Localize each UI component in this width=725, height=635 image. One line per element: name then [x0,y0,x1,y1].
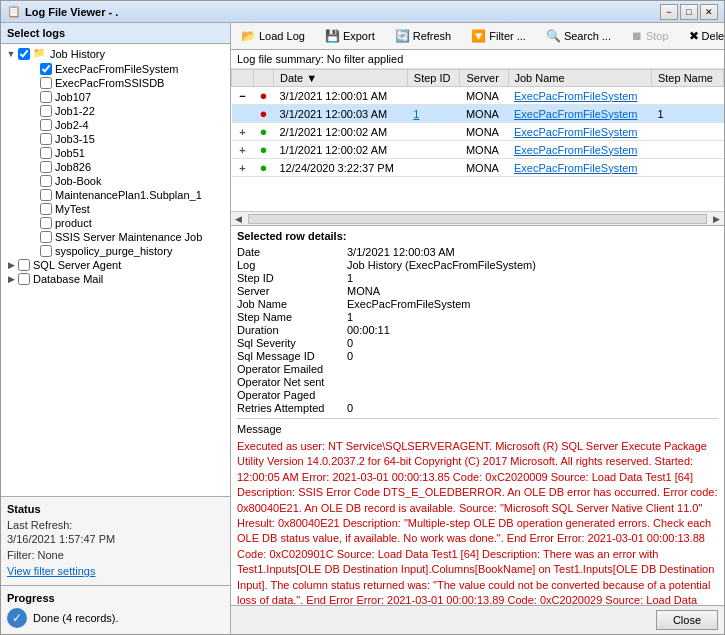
tree-item-job-history[interactable]: ▼ 📁 Job History [3,46,228,62]
row-jobname-cell[interactable]: ExecPacFromFileSystem [508,141,651,159]
checkbox-exec-pac-fs[interactable] [40,63,52,75]
col-stepname[interactable]: Step Name [651,70,723,87]
tree-area[interactable]: ▼ 📁 Job History ExecPacFromFileSystem Ex… [1,44,230,496]
expand-spacer6 [27,133,39,145]
row-server-cell: MONA [460,159,508,177]
tree-item-job107[interactable]: Job107 [3,90,228,104]
checkbox-job3-15[interactable] [40,133,52,145]
scroll-left-arrow[interactable]: ◀ [231,214,246,224]
row-status-cell: ● [254,159,274,177]
details-label-severity: Sql Severity [237,337,347,349]
col-server[interactable]: Server [460,70,508,87]
row-server-cell: MONA [460,123,508,141]
tree-item-maintenance[interactable]: MaintenancePlan1.Subplan_1 [3,188,228,202]
checkbox-job-book[interactable] [40,175,52,187]
row-jobname-cell[interactable]: ExecPacFromFileSystem [508,105,651,123]
minimize-button[interactable]: − [660,4,678,20]
tree-item-exec-pac-fs[interactable]: ExecPacFromFileSystem [3,62,228,76]
tree-item-job1-22[interactable]: Job1-22 [3,104,228,118]
row-expand-cell[interactable]: + [232,159,254,177]
details-panel[interactable]: Selected row details: Date 3/1/2021 12:0… [231,225,724,605]
checkbox-job1-22[interactable] [40,105,52,117]
col-expand[interactable] [232,70,254,87]
table-row[interactable]: − ● 3/1/2021 12:00:01 AM MONA ExecPacFro… [232,87,724,105]
details-value-jobname: ExecPacFromFileSystem [347,298,470,310]
row-date-cell: 12/24/2020 3:22:37 PM [274,159,408,177]
close-window-button[interactable]: ✕ [700,4,718,20]
col-stepid[interactable]: Step ID [407,70,460,87]
tree-item-db-mail[interactable]: ▶ Database Mail [3,272,228,286]
checkbox-job2-4[interactable] [40,119,52,131]
scroll-right-arrow[interactable]: ▶ [709,214,724,224]
row-jobname-cell[interactable]: ExecPacFromFileSystem [508,159,651,177]
tree-item-product[interactable]: product [3,216,228,230]
row-expand-cell[interactable]: − [232,87,254,105]
col-status[interactable] [254,70,274,87]
label-job826: Job826 [55,161,91,173]
checkbox-exec-pac-ssis[interactable] [40,77,52,89]
checkbox-product[interactable] [40,217,52,229]
tree-item-ssis-maint[interactable]: SSIS Server Maintenance Job [3,230,228,244]
expand-sql-agent[interactable]: ▶ [5,259,17,271]
tree-item-sql-agent[interactable]: ▶ SQL Server Agent [3,258,228,272]
expand-spacer8 [27,161,39,173]
checkbox-maintenance[interactable] [40,189,52,201]
maximize-button[interactable]: □ [680,4,698,20]
row-expand-cell[interactable]: + [232,141,254,159]
tree-item-mytest[interactable]: MyTest [3,202,228,216]
progress-check-icon: ✓ [7,608,27,628]
row-server-cell: MONA [460,105,508,123]
checkbox-ssis-maint[interactable] [40,231,52,243]
checkbox-job-history[interactable] [18,48,30,60]
status-title: Status [7,503,224,515]
label-ssis-maint: SSIS Server Maintenance Job [55,231,202,243]
label-exec-pac-ssis: ExecPacFromSSISDB [55,77,164,89]
row-jobname-cell[interactable]: ExecPacFromFileSystem [508,87,651,105]
close-button[interactable]: Close [656,610,718,630]
delete-button[interactable]: ✖ Delete ... [683,26,724,46]
export-button[interactable]: 💾 Export [319,26,381,46]
expand-job-history[interactable]: ▼ [5,48,17,60]
filter-label: Filter: None [7,549,224,561]
tree-item-job826[interactable]: Job826 [3,160,228,174]
refresh-button[interactable]: 🔄 Refresh [389,26,458,46]
checkbox-job107[interactable] [40,91,52,103]
details-divider [237,418,718,419]
search-button[interactable]: 🔍 Search ... [540,26,617,46]
label-product: product [55,217,92,229]
row-expand-cell[interactable]: + [232,123,254,141]
load-log-button[interactable]: 📂 Load Log [235,26,311,46]
checkbox-syspolicy[interactable] [40,245,52,257]
table-area[interactable]: Date ▼ Step ID Server Job Name Step Name… [231,69,724,211]
row-stepname-cell: 1 [651,105,723,123]
tree-item-syspolicy[interactable]: syspolicy_purge_history [3,244,228,258]
expand-db-mail[interactable]: ▶ [5,273,17,285]
row-jobname-cell[interactable]: ExecPacFromFileSystem [508,123,651,141]
checkbox-mytest[interactable] [40,203,52,215]
tree-item-job-book[interactable]: Job-Book [3,174,228,188]
checkbox-job51[interactable] [40,147,52,159]
stop-button[interactable]: ⏹ Stop [625,26,675,46]
label-syspolicy: syspolicy_purge_history [55,245,172,257]
checkbox-db-mail[interactable] [18,273,30,285]
details-value-msgid: 0 [347,350,353,362]
table-row[interactable]: + ● 2/1/2021 12:00:02 AM MONA ExecPacFro… [232,123,724,141]
tree-item-job2-4[interactable]: Job2-4 [3,118,228,132]
message-label: Message [237,423,347,435]
col-jobname[interactable]: Job Name [508,70,651,87]
table-row[interactable]: ● 3/1/2021 12:00:03 AM 1 MONA ExecPacFro… [232,105,724,123]
table-row[interactable]: + ● 1/1/2021 12:00:02 AM MONA ExecPacFro… [232,141,724,159]
checkbox-job826[interactable] [40,161,52,173]
h-scrollbar[interactable]: ◀ ▶ [231,211,724,225]
tree-item-exec-pac-ssis[interactable]: ExecPacFromSSISDB [3,76,228,90]
tree-item-job3-15[interactable]: Job3-15 [3,132,228,146]
checkbox-sql-agent[interactable] [18,259,30,271]
export-label: Export [343,30,375,42]
row-stepid-cell[interactable]: 1 [407,105,460,123]
tree-item-job51[interactable]: Job51 [3,146,228,160]
details-row-paged: Operator Paged [237,389,718,401]
view-filter-link[interactable]: View filter settings [7,565,95,577]
table-row[interactable]: + ● 12/24/2020 3:22:37 PM MONA ExecPacFr… [232,159,724,177]
filter-button[interactable]: 🔽 Filter ... [465,26,532,46]
col-date[interactable]: Date ▼ [274,70,408,87]
